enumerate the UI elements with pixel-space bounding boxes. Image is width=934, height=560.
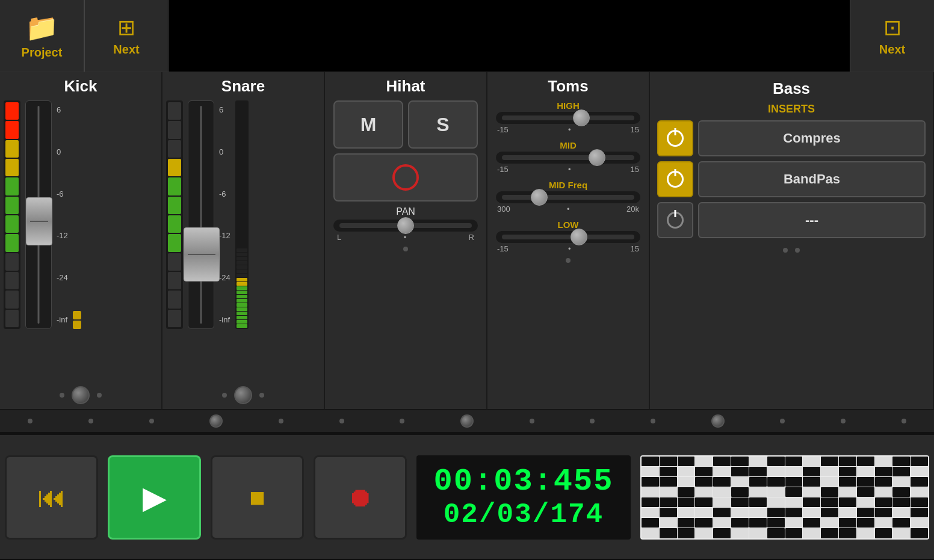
toms-mid-thumb[interactable] <box>589 149 605 166</box>
hihat-name: Hihat <box>386 77 425 96</box>
toms-low-label: LOW <box>496 220 640 230</box>
hihat-record-btn[interactable] <box>333 153 478 202</box>
ind-dot-1 <box>28 419 32 423</box>
snare-fader-handle[interactable] <box>184 227 220 282</box>
toms-high-label: HIGH <box>496 100 640 111</box>
insert-3-button[interactable]: --- <box>698 202 926 238</box>
kick-fader-wrapper <box>25 100 52 329</box>
kick-fader-area: 6 0 -6 -12 -24 -inf <box>4 100 158 381</box>
hihat-channel: Hihat M S PAN L • R <box>325 72 487 409</box>
insert-2-button[interactable]: BandPas <box>698 161 926 197</box>
toms-low-slider[interactable] <box>496 231 640 243</box>
pan-slider[interactable] <box>333 220 478 232</box>
insert-1-button[interactable]: Compres <box>698 120 926 156</box>
toms-high-slider[interactable] <box>496 112 640 124</box>
solo-label: S <box>436 114 449 136</box>
mixer: Kick <box>0 72 934 409</box>
project-button[interactable]: 📁 Project <box>0 0 84 72</box>
toms-mid-labels: -15 • 15 <box>496 165 640 174</box>
ind-dot-9 <box>651 419 655 423</box>
kick-dot-1 <box>60 393 64 398</box>
kick-dot-2 <box>97 393 102 398</box>
kick-peak-indicator <box>73 100 81 329</box>
bass-dot-1 <box>783 248 788 253</box>
pattern-row-6 <box>642 508 928 517</box>
kick-name: Kick <box>64 77 97 96</box>
kick-knob[interactable] <box>72 386 90 404</box>
next-icon-1: ⊞ <box>117 15 135 40</box>
insert-1-power[interactable] <box>657 120 693 156</box>
solo-button[interactable]: S <box>408 100 478 149</box>
record-button[interactable]: ⏺ <box>314 455 407 540</box>
time-display: 00:03:455 02/03/174 <box>416 455 631 540</box>
bass-dot-2 <box>795 248 800 253</box>
pattern-row-8 <box>642 528 928 538</box>
snare-dot-1 <box>222 393 227 398</box>
mute-button[interactable]: M <box>333 100 403 149</box>
power-2-icon <box>667 171 684 188</box>
insert-3-power[interactable] <box>657 202 693 238</box>
pattern-row-3 <box>642 477 928 487</box>
snare-fader-wrapper <box>188 100 214 329</box>
insert-3-label: --- <box>805 212 818 228</box>
bass-channel: Bass INSERTS Compres BandPas <box>650 72 934 409</box>
next-label-2: Next <box>879 43 905 57</box>
toms-midfreq-thumb[interactable] <box>531 189 548 206</box>
ind-knob-1[interactable] <box>209 414 223 428</box>
hihat-pan-section: PAN L • R <box>333 206 478 242</box>
record-icon: ⏺ <box>347 482 374 512</box>
kick-vu-left <box>4 100 20 329</box>
snare-fader-area: 6 0 -6 -12 -24 -inf <box>166 100 320 381</box>
stop-icon: ■ <box>249 482 265 512</box>
insert-3-row: --- <box>657 202 926 238</box>
next-label-1: Next <box>113 43 139 57</box>
toms-midfreq-slider[interactable] <box>496 191 640 203</box>
pan-slider-thumb[interactable] <box>397 217 414 234</box>
pattern-row-1 <box>642 457 928 466</box>
snare-vu <box>166 100 183 329</box>
play-button[interactable]: ▶ <box>108 455 201 540</box>
toms-mid-section: MID -15 • 15 <box>496 140 640 174</box>
top-spacer <box>169 0 850 72</box>
skipback-button[interactable]: ⏮ <box>5 455 98 540</box>
toms-high-section: HIGH -15 • 15 <box>496 100 640 134</box>
toms-name: Toms <box>548 77 588 96</box>
ind-dot-10 <box>780 419 785 423</box>
power-1-icon <box>667 130 684 147</box>
kick-fader-handle[interactable] <box>26 197 52 245</box>
toms-low-thumb[interactable] <box>571 229 587 245</box>
toms-midfreq-labels: 300 • 20k <box>496 205 640 214</box>
snare-bottom <box>222 386 264 404</box>
ind-dot-6 <box>400 419 404 423</box>
pan-left-label: L <box>337 233 341 242</box>
toms-channel: Toms HIGH -15 • 15 MID <box>487 72 650 409</box>
ind-knob-3[interactable] <box>711 414 725 428</box>
snare-knob[interactable] <box>234 386 252 404</box>
snare-channel: Snare <box>162 72 325 409</box>
pattern-row-5 <box>642 497 928 507</box>
power-3-icon <box>667 212 684 229</box>
stop-button[interactable]: ■ <box>211 455 304 540</box>
snare-fader-scale: 6 0 -6 -12 -24 -inf <box>219 100 230 329</box>
project-label: Project <box>22 46 63 60</box>
next-button-2[interactable]: ⊡ Next <box>850 0 934 72</box>
toms-high-thumb[interactable] <box>573 109 590 126</box>
ind-dot-8 <box>590 419 595 423</box>
next-button-1[interactable]: ⊞ Next <box>84 0 169 72</box>
indicator-row <box>0 409 934 433</box>
toms-inner: HIGH -15 • 15 MID <box>496 100 640 253</box>
record-circle-icon <box>392 164 419 191</box>
toms-mid-slider[interactable] <box>496 152 640 164</box>
toms-low-section: LOW -15 • 15 <box>496 220 640 253</box>
kick-fader-track[interactable] <box>25 100 52 329</box>
next-icon-2: ⊡ <box>883 15 902 40</box>
pan-label: PAN <box>333 206 478 217</box>
toms-high-labels: -15 • 15 <box>496 125 640 134</box>
snare-fader-track[interactable] <box>188 100 214 329</box>
ind-knob-2[interactable] <box>460 414 474 428</box>
ind-dot-11 <box>841 419 846 423</box>
ind-dot-2 <box>88 419 93 423</box>
snare-level-meter <box>235 100 249 329</box>
kick-fader-scale: 6 0 -6 -12 -24 -inf <box>57 100 68 329</box>
insert-2-power[interactable] <box>657 161 693 197</box>
